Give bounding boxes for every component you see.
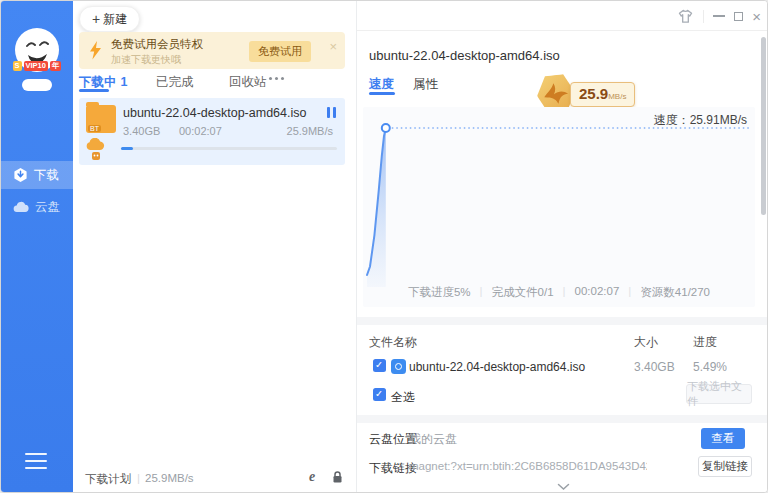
section-divider [357, 317, 768, 325]
vip-year-badge: 年 [50, 61, 62, 71]
tab-properties[interactable]: 属性 [413, 76, 438, 93]
browser-monitor-icon[interactable]: e [309, 469, 315, 485]
cloud-sync-icon [85, 138, 107, 162]
detail-panel: × ubuntu-22.04-desktop-amd64.iso 速度 属性 2… [357, 1, 768, 492]
file-progress: 5.49% [693, 360, 727, 374]
stat-separator: | [563, 285, 566, 300]
speed-value: 25.9 [579, 85, 608, 102]
col-size: 大小 [634, 334, 658, 351]
banner-subtitle: 加速下载更快哦 [111, 53, 181, 67]
sidebar: S VIP10 年 下载 云盘 [1, 1, 73, 492]
new-task-button[interactable]: + 新建 [79, 6, 140, 32]
window-titlebar: × [357, 1, 768, 31]
file-name: ubuntu-22.04-desktop-amd64.iso [409, 360, 629, 374]
lightning-icon [89, 41, 102, 60]
sidebar-item-download[interactable]: 下载 [1, 161, 73, 189]
speed-unit: MB/s [608, 92, 626, 101]
task-size: 3.40GB [123, 125, 160, 137]
task-progress-track [121, 147, 337, 150]
copy-link-button[interactable]: 复制链接 [698, 456, 752, 477]
task-list-panel: + 新建 免费试用会员特权 加速下载更快哦 免费试用 × 下载中1 已完成 回收… [73, 1, 357, 492]
sidebar-item-label: 云盘 [35, 199, 60, 216]
active-tab-underline [79, 89, 109, 92]
status-separator: | [137, 472, 140, 484]
vip-level-badge: VIP10 [24, 61, 48, 71]
stat-separator: | [480, 285, 483, 300]
scrollbar-thumb[interactable] [761, 37, 766, 215]
cloud-location-value: 我的云盘 [409, 431, 457, 448]
task-name: ubuntu-22.04-desktop-amd64.iso [123, 106, 313, 120]
tab-downloading-label: 下载中 [79, 75, 117, 89]
file-size: 3.40GB [634, 360, 675, 374]
menu-icon[interactable] [25, 453, 47, 474]
controls-divider [703, 10, 704, 23]
app-window: S VIP10 年 下载 云盘 + 新建 [0, 0, 768, 493]
stat-files: 完成文件0/1 [492, 285, 554, 300]
speed-value-tag: 25.9MB/s [570, 82, 635, 107]
username-pill[interactable] [22, 79, 52, 91]
chevron-down-icon[interactable] [557, 483, 570, 491]
chart-stats: 下载进度5% | 完成文件0/1 | 00:02:07 | 资源数41/270 [363, 285, 755, 300]
vip-trial-banner: 免费试用会员特权 加速下载更快哦 免费试用 × [79, 32, 345, 69]
new-task-label: 新建 [103, 11, 127, 28]
window-controls: × [677, 1, 768, 31]
close-button[interactable]: × [752, 9, 761, 24]
more-options-icon[interactable] [269, 77, 284, 80]
detail-title: ubuntu-22.04-desktop-amd64.iso [369, 48, 699, 63]
tab-completed[interactable]: 已完成 [156, 74, 194, 91]
downloading-count-badge: 1 [121, 75, 128, 89]
tab-speed[interactable]: 速度 [369, 76, 394, 93]
sidebar-item-label: 下载 [34, 167, 59, 184]
download-plan-link[interactable]: 下载计划 [85, 472, 131, 487]
stat-elapsed: 00:02:07 [575, 285, 620, 300]
task-elapsed: 00:02:07 [179, 125, 222, 137]
speed-chart: 速度：25.91MB/s 下载进度5% | 完成文件0/1 | 00:02 [363, 107, 755, 307]
banner-close-icon[interactable]: × [329, 40, 337, 53]
maximize-button[interactable] [734, 12, 743, 21]
section-divider [357, 415, 768, 423]
file-checkbox[interactable] [373, 359, 386, 372]
status-bar: 下载计划 | 25.9MB/s e [73, 466, 357, 492]
speed-curve [363, 107, 755, 307]
thunder-bird-icon [541, 80, 572, 109]
download-hexagon-icon [13, 167, 28, 183]
pause-button[interactable] [327, 107, 336, 118]
vip-badge: S VIP10 年 [1, 61, 73, 71]
minimize-button[interactable] [713, 15, 725, 17]
list-tabs: 下载中1 已完成 回收站 [73, 71, 357, 95]
global-speed: 25.9MB/s [145, 472, 194, 484]
active-tab-underline [369, 92, 395, 95]
select-all-checkbox[interactable] [373, 388, 386, 401]
magnet-link-value: magnet:?xt=urn:btih:2C6B6858D61DA9543D42… [409, 460, 647, 472]
select-all-label: 全选 [391, 389, 415, 406]
iso-file-icon [391, 359, 406, 374]
col-filename: 文件名称 [369, 334, 417, 351]
stat-resources: 资源数41/270 [640, 285, 710, 300]
cloud-icon [13, 201, 29, 213]
plus-icon: + [92, 12, 100, 26]
col-progress: 进度 [693, 334, 717, 351]
task-progress-fill [121, 147, 133, 150]
bt-folder-icon: BT [86, 105, 116, 133]
stat-separator: | [628, 285, 631, 300]
banner-title: 免费试用会员特权 [111, 37, 203, 52]
view-button[interactable]: 查看 [701, 428, 745, 449]
download-task-item[interactable]: BT ubuntu-22.04-desktop-amd64.iso 3.40GB… [79, 98, 345, 165]
svip-icon: S [13, 61, 22, 71]
tab-trash[interactable]: 回收站 [229, 74, 267, 91]
task-speed: 25.9MB/s [287, 125, 333, 137]
lock-icon[interactable] [331, 470, 344, 484]
bt-badge: BT [88, 125, 101, 132]
skin-theme-icon[interactable] [677, 9, 694, 24]
sidebar-item-cloud[interactable]: 云盘 [1, 193, 73, 221]
free-trial-button[interactable]: 免费试用 [249, 41, 311, 62]
stat-progress: 下载进度5% [408, 285, 471, 300]
download-selected-button[interactable]: 下载选中文件 [686, 384, 752, 404]
